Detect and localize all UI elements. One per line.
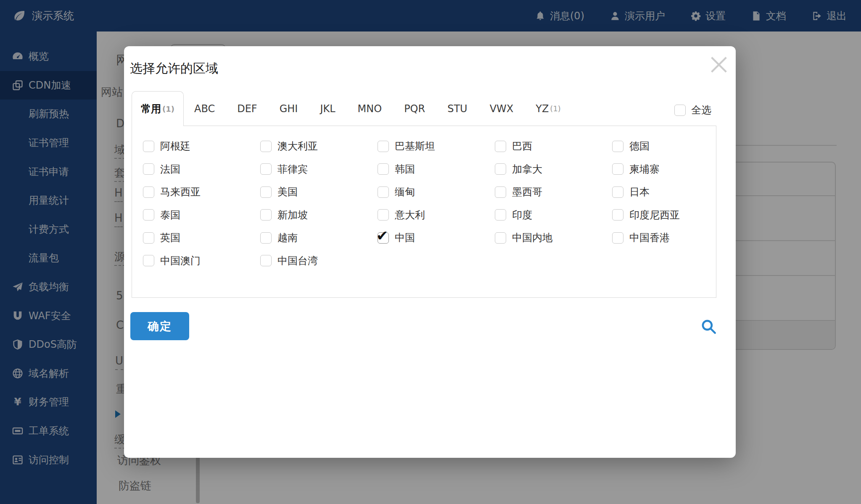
region-item[interactable]: ✔ 中国香港 (612, 231, 729, 244)
region-item[interactable]: ✔ 印度 (495, 208, 612, 222)
region-checkbox[interactable]: ✔ (143, 186, 154, 198)
region-label: 中国台湾 (277, 254, 318, 268)
region-checkbox[interactable]: ✔ (143, 209, 154, 220)
region-item[interactable]: ✔ 阿根廷 (143, 139, 260, 153)
tab-stu[interactable]: STU (437, 91, 479, 126)
tab-yz[interactable]: YZ (1) (525, 91, 571, 126)
region-item[interactable]: ✔ 新加坡 (260, 208, 378, 222)
region-item[interactable]: ✔ 马来西亚 (143, 185, 260, 199)
modal-title: 选择允许的区域 (130, 60, 218, 77)
region-checkbox[interactable]: ✔ (378, 163, 389, 175)
region-checkbox[interactable]: ✔ (495, 232, 506, 244)
region-label: 巴西 (512, 139, 532, 153)
select-all-checkbox[interactable] (674, 105, 686, 116)
region-select-modal: 选择允许的区域 常用 (1) ABC DEF GHI JKL (124, 46, 736, 458)
region-item[interactable]: ✔ 泰国 (143, 208, 260, 222)
region-checkbox[interactable]: ✔ (378, 232, 389, 244)
region-item[interactable]: ✔ 澳大利亚 (260, 139, 378, 153)
region-label: 意大利 (395, 208, 425, 222)
tab-label: STU (447, 103, 467, 115)
tab-ghi[interactable]: GHI (269, 91, 310, 126)
tab-mno[interactable]: MNO (347, 91, 394, 126)
region-label: 印度 (512, 208, 532, 222)
tab-label: PQR (404, 103, 425, 115)
region-item[interactable]: ✔ 柬埔寨 (612, 163, 729, 176)
region-label: 加拿大 (512, 163, 542, 176)
tab-common[interactable]: 常用 (1) (132, 91, 184, 126)
checkmark-icon: ✔ (376, 228, 388, 244)
region-label: 中国香港 (629, 231, 670, 244)
region-item[interactable]: ✔ 越南 (260, 231, 378, 244)
region-label: 巴基斯坦 (395, 139, 435, 153)
region-label: 日本 (629, 185, 650, 199)
region-checkbox[interactable]: ✔ (495, 163, 506, 175)
search-icon-button[interactable] (700, 318, 717, 335)
search-icon (700, 329, 717, 337)
region-checkbox[interactable]: ✔ (612, 163, 623, 175)
close-icon (708, 69, 730, 77)
tab-pqr[interactable]: PQR (394, 91, 437, 126)
region-checkbox[interactable]: ✔ (378, 141, 389, 152)
region-item[interactable]: ✔ 中国内地 (495, 231, 612, 244)
tab-label: ABC (194, 103, 215, 115)
region-item[interactable]: ✔ 印度尼西亚 (612, 208, 729, 222)
region-label: 泰国 (160, 208, 180, 222)
region-tabs: 常用 (1) ABC DEF GHI JKL MNO (132, 91, 571, 126)
tab-abc[interactable]: ABC (184, 91, 227, 126)
region-checkbox[interactable]: ✔ (495, 141, 506, 152)
tab-jkl[interactable]: JKL (309, 91, 347, 126)
region-checkbox[interactable]: ✔ (260, 141, 272, 152)
region-checkbox[interactable]: ✔ (143, 232, 154, 244)
region-checkbox[interactable]: ✔ (612, 141, 623, 152)
region-item[interactable]: ✔ 巴西 (495, 139, 612, 153)
region-item[interactable]: ✔ 法国 (143, 163, 260, 176)
tab-label: YZ (536, 103, 549, 115)
region-item[interactable]: ✔ 菲律宾 (260, 163, 378, 176)
region-item[interactable]: ✔ 美国 (260, 185, 378, 199)
close-icon-button[interactable] (708, 54, 730, 76)
region-item[interactable]: ✔ 中国台湾 (260, 254, 378, 268)
region-checkbox[interactable]: ✔ (260, 186, 272, 198)
region-label: 中国内地 (512, 231, 552, 244)
region-item[interactable]: ✔ 德国 (612, 139, 729, 153)
region-checkbox[interactable]: ✔ (143, 141, 154, 152)
region-checkbox[interactable]: ✔ (260, 255, 272, 266)
region-label: 英国 (160, 231, 180, 244)
tab-def[interactable]: DEF (227, 91, 269, 126)
region-label: 美国 (277, 185, 298, 199)
region-checkbox[interactable]: ✔ (260, 232, 272, 244)
region-checkbox[interactable]: ✔ (495, 186, 506, 198)
tab-label: GHI (280, 103, 298, 115)
region-item[interactable]: ✔ 意大利 (378, 208, 495, 222)
region-item[interactable]: ✔ 日本 (612, 185, 729, 199)
region-item[interactable]: ✔ 韩国 (378, 163, 495, 176)
select-all-label: 全选 (691, 103, 711, 117)
region-checkbox[interactable]: ✔ (378, 186, 389, 198)
region-label: 阿根廷 (160, 139, 190, 153)
confirm-button[interactable]: 确定 (130, 312, 189, 340)
region-label: 越南 (277, 231, 298, 244)
region-checkbox[interactable]: ✔ (612, 232, 623, 244)
app-root: 演示系统 消息(0) 演示用户 设置 文档 退出 (0, 0, 861, 504)
region-label: 中国 (395, 231, 415, 244)
region-checkbox[interactable]: ✔ (260, 209, 272, 220)
region-checkbox[interactable]: ✔ (260, 163, 272, 175)
region-checkbox[interactable]: ✔ (143, 163, 154, 175)
select-all[interactable]: 全选 (674, 103, 711, 117)
region-checkbox[interactable]: ✔ (378, 209, 389, 220)
region-checkbox[interactable]: ✔ (143, 255, 154, 266)
region-item[interactable]: ✔ 巴基斯坦 (378, 139, 495, 153)
region-checkbox[interactable]: ✔ (495, 209, 506, 220)
region-label: 法国 (160, 163, 180, 176)
region-checkbox[interactable]: ✔ (612, 186, 623, 198)
region-item[interactable]: ✔ 中国 (378, 231, 495, 244)
region-item[interactable]: ✔ 加拿大 (495, 163, 612, 176)
region-checkbox[interactable]: ✔ (612, 209, 623, 220)
region-item[interactable]: ✔ 缅甸 (378, 185, 495, 199)
region-label: 印度尼西亚 (629, 208, 680, 222)
region-item[interactable]: ✔ 英国 (143, 231, 260, 244)
region-label: 中国澳门 (160, 254, 201, 268)
region-item[interactable]: ✔ 中国澳门 (143, 254, 260, 268)
tab-vwx[interactable]: VWX (479, 91, 526, 126)
region-item[interactable]: ✔ 墨西哥 (495, 185, 612, 199)
